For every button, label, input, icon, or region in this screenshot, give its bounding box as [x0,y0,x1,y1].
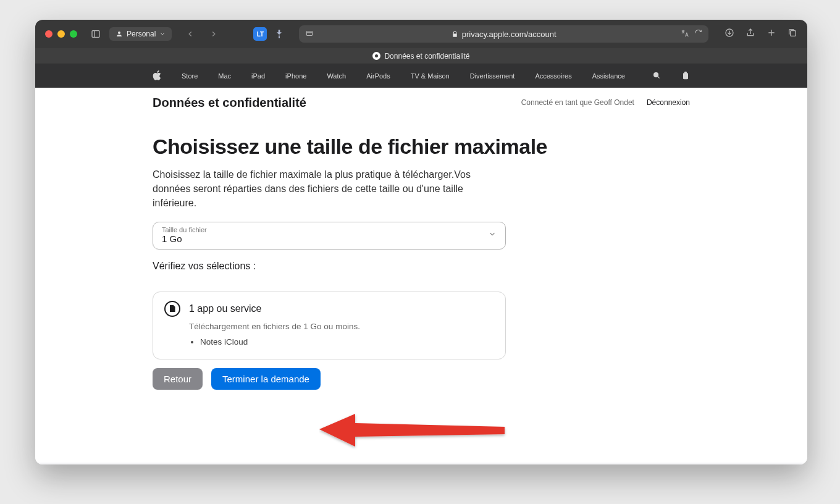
extension-icon-1[interactable]: LT [253,27,267,41]
page-viewport[interactable]: Données et confidentialité Connecté en t… [35,88,807,464]
titlebar: Personal LT privacy.apple.com/account [35,20,807,48]
site-settings-icon[interactable] [305,29,314,40]
document-icon [164,301,180,317]
review-title: 1 app ou service [189,303,261,314]
bag-icon[interactable] [681,70,690,82]
main-content: Choisissez une taille de fichier maximal… [35,117,807,421]
svg-rect-9 [791,31,796,36]
back-button[interactable]: Retour [153,368,203,390]
window-controls [45,30,77,38]
svg-point-2 [118,32,120,34]
tab-strip: Données et confidentialité [35,48,807,64]
nav-ipad[interactable]: iPad [251,72,265,80]
verify-heading: Vérifiez vos sélections : [153,261,690,272]
nav-airpods[interactable]: AirPods [366,72,390,80]
footer: Vous pouvez aussi faire vos achats dans … [35,463,807,464]
nav-arrows [182,27,222,41]
local-nav: Données et confidentialité Connecté en t… [35,88,807,117]
review-card: 1 app ou service Téléchargement en fichi… [153,292,506,359]
svg-rect-3 [307,31,313,35]
search-icon[interactable] [652,70,661,82]
signed-in-text: Connecté en tant que Geoff Ondet [521,98,634,107]
reload-icon[interactable] [694,29,702,40]
nav-iphone[interactable]: iPhone [285,72,306,80]
address-bar[interactable]: privacy.apple.com/account [299,25,708,43]
nav-tv[interactable]: TV & Maison [411,72,450,80]
sidebar-toggle-icon[interactable] [88,27,103,41]
forward-button[interactable] [205,27,222,41]
submit-button[interactable]: Terminer la demande [211,368,321,390]
svg-point-10 [654,73,658,77]
select-label: Taille du fichier [162,226,497,233]
nav-watch[interactable]: Watch [327,72,346,80]
nav-entertainment[interactable]: Divertissement [470,72,515,80]
button-row: Retour Terminer la demande [153,368,690,390]
translate-icon[interactable] [681,29,689,40]
page-lead: Choisissez la taille de fichier maximale… [153,167,498,211]
nav-support[interactable]: Assistance [592,72,625,80]
global-nav: Store Mac iPad iPhone Watch AirPods TV &… [35,64,807,88]
extension-icons: LT [253,27,287,41]
chevron-down-icon [488,230,497,241]
svg-rect-0 [92,31,99,38]
profile-picker[interactable]: Personal [109,27,172,41]
review-item: Notes iCloud [200,337,494,346]
local-nav-title: Données et confidentialité [153,96,306,110]
select-value: 1 Go [162,233,497,244]
profile-label: Personal [127,30,156,38]
back-button[interactable] [182,27,199,41]
nav-mac[interactable]: Mac [218,72,231,80]
logout-link[interactable]: Déconnexion [647,98,690,107]
review-list: Notes iCloud [200,337,494,346]
file-size-select[interactable]: Taille du fichier 1 Go [153,222,506,250]
toolbar-right-icons [724,28,797,40]
page-heading: Choisissez une taille de fichier maximal… [153,135,690,159]
svg-line-11 [658,77,660,78]
nav-store[interactable]: Store [182,72,198,80]
lock-icon [452,31,458,38]
share-icon[interactable] [746,28,755,40]
tab-favicon [372,52,380,60]
maximize-window-button[interactable] [70,30,77,38]
tabs-overview-icon[interactable] [788,28,797,40]
nav-accessories[interactable]: Accessoires [535,72,571,80]
apple-logo-icon[interactable] [153,70,161,82]
close-window-button[interactable] [45,30,52,38]
url-text: privacy.apple.com/account [462,30,556,39]
downloads-icon[interactable] [724,28,734,40]
minimize-window-button[interactable] [57,30,65,38]
safari-window: Personal LT privacy.apple.com/account [35,20,807,464]
tab-title[interactable]: Données et confidentialité [384,52,469,61]
new-tab-icon[interactable] [766,28,776,40]
review-subtitle: Téléchargement en fichiers de 1 Go ou mo… [189,322,494,331]
extension-icon-2[interactable] [272,27,287,41]
